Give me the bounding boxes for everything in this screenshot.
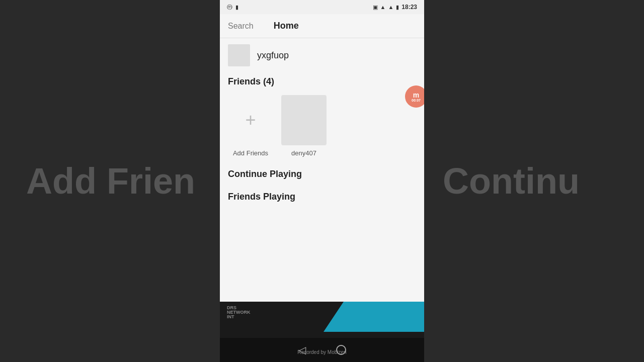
wifi-icon: ▲ bbox=[380, 4, 386, 10]
friend-avatar[interactable] bbox=[281, 95, 327, 145]
phone-frame: ⓜ ▮ ▣ ▲ ▲ ▮ 18:23 Search Home yxgfuop Fr… bbox=[220, 0, 424, 362]
add-friends-label: Add Friends bbox=[233, 149, 268, 157]
app-icon: ⓜ bbox=[227, 4, 232, 11]
brand-logo: DRS NETWORK INT bbox=[227, 306, 251, 319]
record-badge-letter: m bbox=[413, 92, 419, 99]
blue-shape-decoration bbox=[324, 302, 424, 332]
user-avatar[interactable] bbox=[228, 44, 250, 66]
signal-icon: ▲ bbox=[388, 4, 393, 10]
add-friends-plus-icon: + bbox=[245, 110, 256, 131]
add-friends-button[interactable]: + bbox=[228, 95, 273, 145]
brand-text-3: INT bbox=[227, 315, 251, 319]
bottom-nav: ◁ Recorded by Mobizen bbox=[220, 338, 424, 362]
mobizen-watermark: Recorded by Mobizen bbox=[297, 349, 346, 355]
background-left-panel: Add Frien bbox=[0, 0, 221, 362]
battery-icon: ▮ bbox=[396, 4, 399, 11]
bottom-area: DRS NETWORK INT ◁ Recorded by Mobizen bbox=[220, 302, 424, 362]
friends-scroll: + Add Friends deny407 bbox=[228, 95, 416, 157]
record-badge[interactable]: m 00:07 bbox=[405, 85, 424, 108]
friend-name: deny407 bbox=[291, 149, 316, 157]
bg-left-text: Add Frien bbox=[26, 160, 195, 202]
cast-icon: ▣ bbox=[373, 4, 378, 11]
user-name: yxgfuop bbox=[257, 50, 289, 61]
friend-item: deny407 bbox=[281, 95, 327, 157]
bg-right-text: Continu bbox=[443, 160, 580, 202]
friends-section-title: Friends (4) bbox=[228, 76, 416, 87]
clock: 18:23 bbox=[401, 4, 417, 11]
record-badge-time: 00:07 bbox=[412, 99, 421, 102]
background-right-panel: Continu bbox=[423, 0, 644, 362]
continue-playing-section: Continue Playing bbox=[228, 169, 416, 179]
search-button[interactable]: Search bbox=[228, 22, 254, 31]
user-row: yxgfuop bbox=[228, 44, 416, 66]
friends-section: Friends (4) + Add Friends deny407 bbox=[228, 76, 416, 157]
battery-warning-icon: ▮ bbox=[235, 4, 238, 11]
status-bar: ⓜ ▮ ▣ ▲ ▲ ▮ 18:23 bbox=[220, 0, 424, 14]
app-header: Search Home bbox=[220, 14, 424, 38]
home-tab[interactable]: Home bbox=[274, 21, 299, 31]
friends-playing-section: Friends Playing bbox=[228, 192, 416, 202]
friends-playing-title: Friends Playing bbox=[228, 192, 416, 202]
status-bar-right: ▣ ▲ ▲ ▮ 18:23 bbox=[373, 4, 417, 11]
main-content: yxgfuop Friends (4) + Add Friends deny40… bbox=[220, 38, 424, 302]
status-bar-left: ⓜ ▮ bbox=[227, 4, 238, 11]
continue-playing-title: Continue Playing bbox=[228, 169, 416, 179]
add-friends-item: + Add Friends bbox=[228, 95, 273, 157]
